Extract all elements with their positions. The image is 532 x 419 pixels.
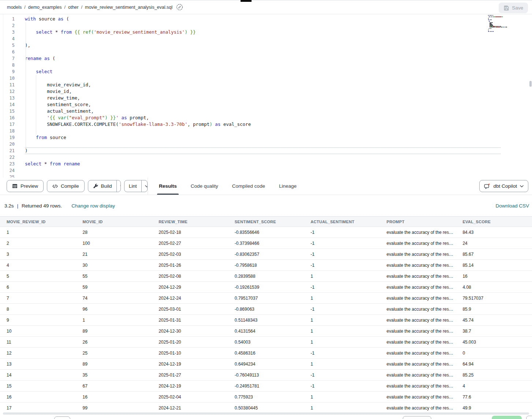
cell: 2025-02-18: [152, 227, 228, 238]
prompt-preview-text: evaluate the accuracy of the res…: [387, 405, 453, 411]
line-number: 10: [0, 75, 15, 82]
eval-score-cell: 64.94: [456, 359, 532, 370]
code-line: [25, 49, 532, 55]
cell: 0.775923: [228, 392, 304, 403]
dbt-copilot-button[interactable]: dbt Copilot: [479, 180, 528, 192]
cell: 16: [76, 392, 152, 403]
save-button[interactable]: Save: [499, 3, 528, 13]
prompt-cell: evaluate the accuracy of the res…: [380, 238, 456, 249]
cell: 96: [76, 304, 152, 315]
line-number: 11: [0, 82, 15, 88]
bottom-cutoff-button[interactable]: [54, 416, 70, 419]
prompt-cell: evaluate the accuracy of the res…: [380, 359, 456, 370]
cell: 1: [304, 392, 380, 403]
column-header-eval-score: EVAL_SCORE: [456, 217, 532, 227]
cell: 89: [76, 359, 152, 370]
column-header-actual-sentiment: ACTUAL_SENTIMENT: [304, 217, 380, 227]
cell: 2024-12-29: [152, 282, 228, 293]
top-edge-artifact: [241, 0, 252, 2]
breadcrumb-item-models[interactable]: models: [7, 5, 22, 10]
breadcrumb-item-demo-examples[interactable]: demo_examples: [28, 5, 62, 10]
table-row: 6592024-12-29-0.19261539-1evaluate the a…: [0, 282, 532, 293]
change-row-display-link[interactable]: Change row display: [71, 203, 115, 209]
cell: 67: [76, 381, 152, 392]
indent-guide: [26, 22, 26, 147]
eval-score-cell: 85.25: [456, 370, 532, 381]
tab-lineage[interactable]: Lineage: [279, 177, 297, 195]
table-row: 15672024-12-19-0.24951781-1evaluate the …: [0, 381, 532, 392]
status-divider: |: [17, 203, 19, 209]
code-line: movie_id,: [25, 88, 532, 95]
bottom-cutoff-button[interactable]: [403, 416, 431, 419]
cell: 2025-03-01: [152, 304, 228, 315]
cell: 12: [0, 348, 76, 359]
cell: 3: [0, 249, 76, 260]
bottom-cutoff-green-pill[interactable]: [492, 416, 522, 419]
eval-score-cell: 45.74: [456, 315, 532, 326]
cell: 2024-12-19: [152, 359, 228, 370]
cell: 7: [0, 293, 76, 304]
code-line: [25, 62, 532, 68]
preview-label: Preview: [21, 183, 38, 189]
table-row: 12252025-01-100.4586316-1evaluate the ac…: [0, 348, 532, 359]
build-button[interactable]: Build: [88, 180, 116, 192]
cell: -0.24951781: [228, 381, 304, 392]
cell: 2025-01-20: [152, 337, 228, 348]
code-line: movie_review_id,: [25, 82, 532, 88]
code-line: from source: [25, 134, 532, 141]
code-line: select * from rename: [25, 161, 532, 167]
toolbar: Preview Compile: [0, 177, 532, 195]
preview-button[interactable]: Preview: [7, 180, 44, 192]
tab-results[interactable]: Results: [159, 177, 177, 195]
compile-button[interactable]: Compile: [47, 180, 85, 192]
prompt-cell: evaluate the accuracy of the res…: [380, 271, 456, 282]
table-row: 13892024-12-190.64942341evaluate the acc…: [0, 359, 532, 370]
lint-label: Lint: [129, 183, 137, 189]
bottom-cutoff-button[interactable]: [526, 416, 532, 419]
cell: 26: [76, 337, 152, 348]
cell: 35: [76, 370, 152, 381]
line-number: 23: [0, 161, 15, 167]
lint-dropdown-chevron[interactable]: [141, 180, 148, 192]
cell: 2025-01-31: [152, 315, 228, 326]
results-statusbar: 3.2s | Returned 49 rows. Change row disp…: [0, 195, 532, 216]
wrench-icon: [93, 183, 98, 189]
cell: 2024-12-21: [152, 403, 228, 413]
cell: 14: [0, 370, 76, 381]
cell: 1: [304, 326, 380, 337]
breadcrumb-item-movie-review-sentiment-analysis-eval-sql[interactable]: movie_review_sentiment_analysis_eval.sql: [85, 5, 172, 10]
prompt-cell: evaluate the accuracy of the res…: [380, 315, 456, 326]
query-elapsed-time: 3.2s: [4, 203, 14, 209]
cell: -0.7958618: [228, 260, 304, 271]
code-editor[interactable]: 1234567891011121314151617181920212223242…: [0, 14, 532, 177]
cell: 30: [76, 260, 152, 271]
minimap[interactable]: [488, 15, 522, 34]
line-number: 13: [0, 95, 15, 101]
code-line: rename as (: [25, 55, 532, 62]
preview-table-icon: [12, 183, 18, 189]
results-table: MOVIE_REVIEW_IDMOVIE_IDREVIEW_TIMESENTIM…: [0, 216, 532, 412]
lint-button[interactable]: Lint: [124, 180, 141, 192]
build-dropdown-chevron[interactable]: [116, 180, 121, 192]
cell: -1: [304, 282, 380, 293]
tab-compiled-code[interactable]: Compiled code: [232, 177, 265, 195]
cell: -0.869063: [228, 304, 304, 315]
prompt-cell: evaluate the accuracy of the res…: [380, 370, 456, 381]
cell: 2025-01-10: [152, 348, 228, 359]
line-number: 6: [0, 49, 15, 55]
results-tabs: ResultsCode qualityCompiled codeLineage: [148, 177, 297, 195]
save-label: Save: [512, 5, 523, 11]
edit-filename-icon[interactable]: [176, 4, 183, 11]
line-number: 5: [0, 42, 15, 49]
download-csv-link[interactable]: Download CSV: [495, 203, 529, 209]
cell: -1: [304, 304, 380, 315]
cell: -1: [304, 260, 380, 271]
line-number: 15: [0, 108, 15, 115]
build-label: Build: [101, 183, 112, 189]
chevron-down-icon: [520, 185, 524, 187]
horizontal-scrollbar[interactable]: [3, 412, 529, 415]
tab-code-quality[interactable]: Code quality: [191, 177, 218, 195]
breadcrumb-item-other[interactable]: other: [68, 5, 79, 10]
editor-vertical-scrollbar[interactable]: [529, 81, 532, 87]
cell: 5: [0, 271, 76, 282]
